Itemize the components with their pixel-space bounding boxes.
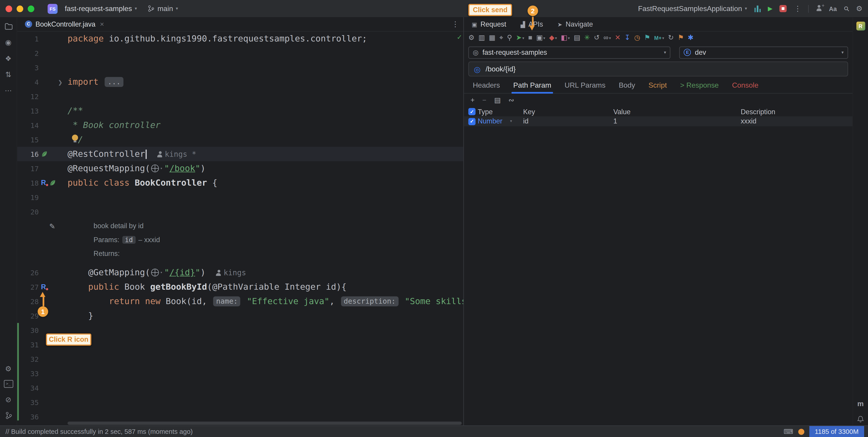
send-icon[interactable]: ➤ [516, 34, 522, 41]
code-line-35[interactable]: 35 [17, 395, 463, 409]
bulk-edit-icon[interactable]: ∾ [508, 97, 514, 104]
structure-icon[interactable]: ❖ [4, 54, 12, 63]
code-line-16[interactable]: 16@RestController kings * [17, 147, 463, 161]
key-cell[interactable]: id [523, 117, 613, 125]
maven-sync-icon[interactable]: M+ [654, 35, 661, 40]
memory-indicator[interactable]: 1185 of 3300M [809, 426, 864, 437]
fold-arrow-icon[interactable]: ❯ [58, 79, 63, 85]
row-checkbox[interactable]: ✓ [464, 118, 478, 125]
tab-navigate[interactable]: ➤ Navigate [557, 20, 593, 28]
collection-icon[interactable]: ▦ [489, 34, 495, 41]
save-icon-group[interactable]: ▣▾ [536, 34, 545, 41]
remove-row-icon[interactable]: − [483, 97, 487, 104]
tab-script[interactable]: Script [649, 81, 667, 89]
tab-headers[interactable]: Headers [473, 81, 500, 89]
code-line-2[interactable]: 2 [17, 46, 463, 60]
branch-widget[interactable]: main ▾ [144, 2, 182, 15]
report-icon[interactable]: ▥ [478, 34, 485, 41]
code-line-18[interactable]: 18Rpublic class BookController { [17, 176, 463, 190]
tab-body[interactable]: Body [619, 81, 635, 89]
checkbox-checked-icon[interactable]: ✓ [468, 118, 475, 125]
code-line-34[interactable]: 34 [17, 380, 463, 395]
code-line-1[interactable]: 1package io.github.kings1990.fastrequest… [17, 32, 463, 46]
value-cell[interactable]: 1 [613, 117, 741, 125]
param-row[interactable]: ✓Number▾id1xxxid [464, 116, 852, 126]
fast-request-r-icon[interactable]: R [41, 283, 48, 291]
plugin-icon[interactable]: ✱ [688, 34, 693, 41]
search-everywhere-icon[interactable]: ⚲ [842, 4, 851, 13]
commit-icon[interactable]: ◉ [4, 38, 12, 47]
settings-icon[interactable]: ⚙ [856, 4, 863, 13]
code-with-me-icon[interactable] [754, 5, 761, 12]
tab-path-param[interactable]: Path Param [513, 81, 551, 89]
project-widget[interactable]: fast-request-samples ▾ [61, 2, 141, 15]
send-icon-group[interactable]: ➤▾ [516, 34, 524, 41]
spring-bean-icon[interactable] [49, 179, 56, 186]
code-line-29[interactable]: 29 } [17, 309, 463, 323]
horizontal-scrollbar[interactable] [67, 421, 462, 425]
copy-icon[interactable]: ▤ [574, 34, 580, 41]
intention-bulb-icon[interactable] [72, 135, 78, 142]
code-line-14[interactable]: 14 * Book controller [17, 118, 463, 133]
save-icon[interactable]: ▣ [536, 34, 543, 41]
tab--response[interactable]: > Response [680, 81, 719, 89]
tab-console[interactable]: Console [732, 81, 758, 89]
link-icon[interactable]: ∞ [603, 34, 609, 41]
maven-toolwindow-icon[interactable]: m [858, 399, 864, 408]
spring-bean-icon[interactable] [41, 151, 48, 157]
clear-cookie-icon-group[interactable]: ◆▾ [549, 34, 557, 41]
close-window-button[interactable] [6, 5, 12, 12]
edit-javadoc-icon[interactable]: ✎ [49, 222, 55, 230]
code-line-26[interactable]: 26 @GetMapping(▾"/{id}") kings [17, 265, 463, 280]
config-icon[interactable]: ⌖ [499, 34, 503, 41]
type-select[interactable]: Number▾ [478, 117, 523, 125]
code-line-32[interactable]: 32 [17, 352, 463, 366]
select-all-checkbox[interactable]: ✓ [464, 108, 478, 115]
stop-button[interactable] [780, 5, 787, 12]
translate-icon[interactable]: Aa [829, 5, 837, 12]
version-control-icon[interactable] [4, 411, 12, 420]
project-folder-icon[interactable] [4, 22, 12, 30]
code-line-27[interactable]: 27R public Book getBookById(@PathVariabl… [17, 280, 463, 294]
tag-icon[interactable]: ⚑ [644, 34, 650, 41]
eraser-icon[interactable]: ◧ [561, 34, 567, 41]
notifications-icon[interactable] [857, 414, 864, 423]
code-line-15[interactable]: 15 */ [17, 133, 463, 147]
stop-icon[interactable]: ■ [528, 34, 532, 41]
settings-icon[interactable]: ⚙ [468, 34, 474, 41]
project-select[interactable]: ◎ fast-request-samples ▾ [468, 46, 670, 58]
services-icon[interactable]: ⚙ [4, 364, 12, 373]
refresh-icon[interactable]: ↻ [668, 34, 674, 41]
problems-icon[interactable]: ⊘ [4, 395, 12, 404]
duplicate-row-icon[interactable]: ▤ [494, 97, 501, 104]
checkbox-checked-icon[interactable]: ✓ [468, 108, 475, 115]
url-field[interactable]: ◎ /book/{id} [468, 61, 848, 76]
device-icon[interactable]: ⌨ [783, 428, 793, 435]
clear-cookie-icon[interactable]: ◆ [549, 34, 554, 41]
description-cell[interactable]: xxxid [741, 117, 852, 125]
code-line-3[interactable]: 3 [17, 60, 463, 75]
add-row-icon[interactable]: + [470, 97, 474, 104]
terminal-icon[interactable]: >_ [4, 380, 13, 388]
add-user-icon[interactable]: + [816, 4, 822, 13]
zoom-window-button[interactable] [28, 5, 34, 12]
search-icon[interactable]: ⚲ [507, 34, 512, 41]
close-tab-icon[interactable]: × [100, 20, 104, 28]
code-line-28[interactable]: 28 return new Book(id, name: "Effective … [17, 294, 463, 309]
delete-icon[interactable]: ✕ [615, 34, 621, 41]
minimize-window-button[interactable] [17, 5, 23, 12]
code-line-4[interactable]: 4❯import ... [17, 75, 463, 89]
maven-sync-icon-group[interactable]: M+▾ [654, 35, 664, 40]
code-line-12[interactable]: 12 [17, 89, 463, 104]
url-globe-icon[interactable] [151, 269, 159, 276]
tab-url-params[interactable]: URL Params [564, 81, 606, 89]
code-line-13[interactable]: 13/** [17, 104, 463, 118]
editor-options-icon[interactable]: ⋮ [452, 20, 459, 28]
code-line-20[interactable]: 20 [17, 204, 463, 219]
history-icon[interactable]: ◷ [634, 34, 640, 41]
pin-icon[interactable]: ⚑ [678, 34, 684, 41]
tab-bookcontroller-java[interactable]: C BookController.java × [20, 17, 109, 31]
url-globe-icon[interactable] [151, 165, 159, 172]
fast-request-toolwindow-icon[interactable]: R [856, 22, 865, 30]
run-button[interactable]: ▶ [768, 5, 773, 12]
